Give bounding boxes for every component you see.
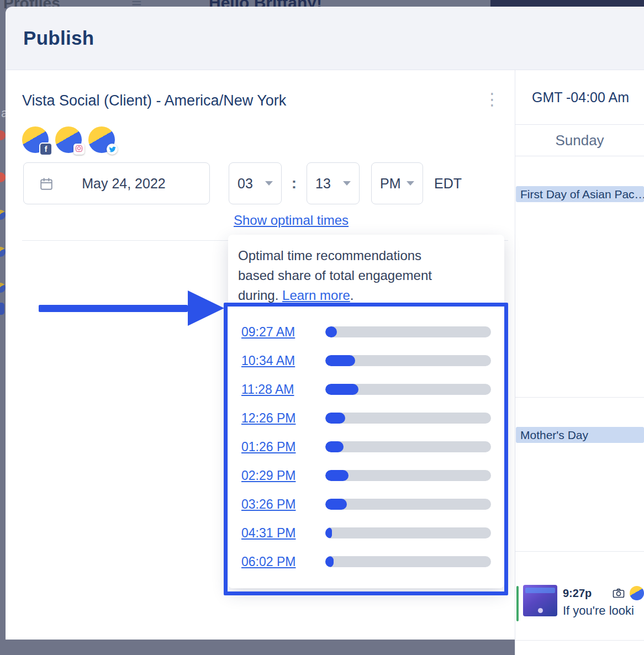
- post-thumbnail-detail: [538, 608, 543, 613]
- engagement-bar-track: [325, 384, 491, 395]
- background-sidebar-fragment: [0, 283, 6, 293]
- optimal-time-link[interactable]: 06:02 PM: [241, 554, 314, 569]
- description-suffix: .: [350, 288, 354, 303]
- engagement-bar-fill: [325, 470, 349, 481]
- hour-select[interactable]: 03: [229, 162, 282, 204]
- profile-group-timezone: (Client) - America/New York: [104, 92, 286, 109]
- engagement-bar-track: [325, 355, 491, 366]
- profile-group-title: Vista Social (Client) - America/New York: [22, 92, 286, 109]
- post-time: 9:27p: [563, 587, 592, 600]
- date-picker-field[interactable]: May 24, 2022: [23, 162, 210, 204]
- annotation-arrow: [39, 290, 224, 326]
- optimal-time-link[interactable]: 03:26 PM: [241, 497, 314, 512]
- optimal-time-link[interactable]: 04:31 PM: [241, 526, 314, 541]
- calendar-timezone-label: GMT -04:00 Am: [515, 70, 644, 125]
- hour-value: 03: [237, 176, 253, 192]
- calendar-gridline: [515, 397, 644, 398]
- scheduler-panel: Vista Social (Client) - America/New York…: [6, 70, 515, 640]
- meridiem-value: PM: [380, 176, 401, 192]
- optimal-time-link[interactable]: 11:28 AM: [241, 382, 314, 397]
- calendar-event[interactable]: Mother's Day: [516, 427, 644, 443]
- engagement-bar-fill: [325, 499, 347, 510]
- engagement-bar-track: [325, 413, 491, 424]
- camera-icon: [612, 587, 625, 600]
- meridiem-select[interactable]: PM: [371, 162, 423, 204]
- calendar-event[interactable]: First Day of Asian Pac…: [516, 186, 644, 202]
- facebook-profile-avatar[interactable]: f: [22, 126, 49, 153]
- engagement-bar-fill: [325, 355, 355, 366]
- caret-down-icon: [343, 181, 351, 186]
- optimal-times-description: Optimal time recommendations based share…: [228, 246, 504, 313]
- instagram-badge-icon: [73, 144, 85, 155]
- engagement-bar-fill: [325, 441, 344, 452]
- minute-select[interactable]: 13: [307, 162, 360, 204]
- optimal-time-row: 10:34 AM: [241, 346, 504, 375]
- engagement-bar-track: [325, 441, 491, 452]
- schedule-controls: May 24, 2022 03 : 13 PM EDT: [23, 162, 462, 204]
- optimal-time-row: 09:27 AM: [241, 318, 504, 346]
- engagement-bar-fill: [325, 556, 334, 567]
- annotation-arrow-head: [188, 290, 224, 326]
- time-separator: :: [282, 175, 307, 192]
- background-sidebar-fragment: [0, 247, 6, 257]
- twitter-badge-icon: [107, 144, 118, 155]
- optimal-times-popup: Optimal time recommendations based share…: [228, 235, 504, 588]
- learn-more-link[interactable]: Learn more: [282, 288, 350, 303]
- optimal-time-row: 11:28 AM: [241, 375, 504, 404]
- optimal-time-link[interactable]: 01:26 PM: [241, 440, 314, 455]
- calendar-day-header: Sunday: [515, 125, 644, 156]
- calendar-gridline: [515, 551, 644, 552]
- engagement-bar-fill: [325, 413, 345, 424]
- post-profile-avatar: [630, 586, 644, 600]
- optimal-time-row: 06:02 PM: [241, 547, 504, 576]
- annotation-arrow-shaft: [39, 305, 188, 312]
- publish-modal: Publish Vista Social (Client) - America/…: [6, 7, 644, 655]
- optimal-time-link[interactable]: 12:26 PM: [241, 411, 314, 426]
- optimal-time-row: 04:31 PM: [241, 519, 504, 547]
- optimal-times-list: 09:27 AM 10:34 AM 11:28 AM 12:26 PM 01:2…: [228, 313, 504, 576]
- optimal-time-link[interactable]: 09:27 AM: [241, 325, 314, 340]
- facebook-badge-icon: f: [40, 144, 51, 155]
- scheduled-post-preview[interactable]: 9:27p If you're looki: [516, 585, 644, 624]
- modal-header: Publish: [6, 7, 644, 70]
- date-value: May 24, 2022: [82, 176, 166, 192]
- caret-down-icon: [265, 181, 273, 186]
- background-sidebar-fragment: [0, 210, 6, 220]
- more-options-button[interactable]: ⋮: [484, 92, 500, 107]
- background-sidebar-fragment: [0, 303, 4, 315]
- show-optimal-times-link[interactable]: Show optimal times: [234, 213, 349, 228]
- optimal-time-row: 03:26 PM: [241, 490, 504, 519]
- optimal-time-link[interactable]: 02:29 PM: [241, 468, 314, 483]
- post-status-bar: [516, 586, 519, 621]
- engagement-bar-track: [325, 527, 491, 538]
- calendar-icon: [39, 177, 54, 191]
- post-details: 9:27p If you're looki: [563, 585, 644, 618]
- calendar-gridline: [515, 640, 644, 641]
- engagement-bar-track: [325, 499, 491, 510]
- calendar-day-column: First Day of Asian Pac… Mother's Day 9:2…: [515, 156, 644, 655]
- engagement-bar-fill: [325, 527, 332, 538]
- selected-profiles: f: [22, 126, 115, 153]
- caret-down-icon: [407, 181, 414, 186]
- kebab-menu-icon: ⋮: [484, 90, 500, 108]
- engagement-bar-track: [325, 470, 491, 481]
- twitter-profile-avatar[interactable]: [88, 126, 115, 153]
- optimal-time-link[interactable]: 10:34 AM: [241, 353, 314, 368]
- post-thumbnail-detail: [525, 588, 555, 593]
- post-caption: If you're looki: [563, 604, 644, 618]
- timezone-abbreviation: EDT: [434, 176, 462, 192]
- background-sidebar-fragment: [0, 130, 6, 140]
- profile-group-name: Vista Social: [22, 92, 100, 109]
- engagement-bar-track: [325, 556, 491, 567]
- background-sidebar-fragment: [0, 172, 6, 182]
- post-thumbnail: [523, 585, 557, 616]
- minute-value: 13: [315, 176, 331, 192]
- calendar-panel: GMT -04:00 Am Sunday First Day of Asian …: [515, 70, 644, 655]
- engagement-bar-fill: [325, 326, 337, 337]
- engagement-bar-fill: [325, 384, 358, 395]
- post-meta-row: 9:27p: [563, 585, 644, 601]
- engagement-bar-track: [325, 326, 491, 337]
- page-title: Publish: [23, 27, 94, 49]
- instagram-profile-avatar[interactable]: [55, 126, 82, 153]
- profile-group-row: Vista Social (Client) - America/New York…: [22, 92, 509, 109]
